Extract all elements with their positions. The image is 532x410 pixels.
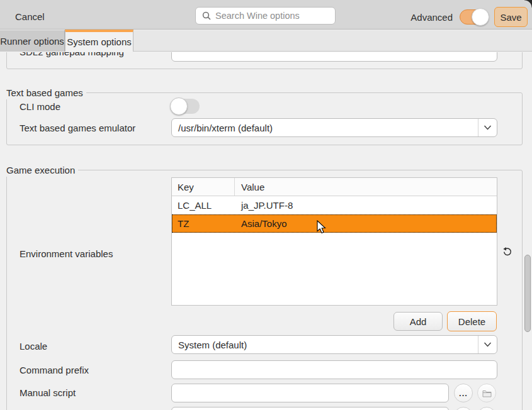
emulator-label: Text based games emulator (20, 122, 135, 135)
scrollbar-thumb[interactable] (524, 255, 531, 332)
locale-value: System (default) (172, 340, 478, 350)
command-prefix-input[interactable] (171, 360, 497, 379)
delete-button[interactable]: Delete (447, 311, 497, 331)
advanced-toggle[interactable] (458, 8, 489, 26)
emulator-combo[interactable]: /usr/bin/xterm (default) (171, 118, 497, 137)
save-button[interactable]: Save (494, 7, 528, 27)
search-placeholder: Search Wine options (215, 11, 300, 21)
locale-label: Locale (20, 340, 47, 353)
chevron-down-icon (484, 125, 492, 130)
toggle-knob (472, 8, 489, 26)
env-vars-table-header: Key Value (172, 178, 497, 196)
environment-variables-label: Environment variables (20, 248, 113, 260)
window-corner (524, 0, 532, 8)
sdl2-gamepad-mapping-label: SDL2 gamepad mapping (20, 52, 124, 58)
column-header-value[interactable]: Value (235, 178, 497, 196)
dropdown-button[interactable] (478, 119, 497, 136)
sdl2-gamepad-mapping-input[interactable] (171, 52, 497, 62)
tab-runner-options[interactable]: Runner options (0, 30, 65, 52)
advanced-label: Advanced (410, 12, 453, 23)
locale-combo[interactable]: System (default) (171, 335, 497, 354)
command-prefix-label: Command prefix (20, 364, 89, 377)
cli-mode-toggle[interactable] (170, 97, 201, 115)
env-value: ja_JP.UTF-8 (235, 200, 497, 211)
search-icon (202, 11, 211, 20)
undo-icon (501, 246, 512, 257)
add-button[interactable]: Add (393, 312, 443, 331)
game-execution-legend: Game execution (6, 164, 78, 177)
search-input[interactable]: Search Wine options (195, 7, 336, 25)
reset-button[interactable] (501, 246, 512, 257)
env-key: LC_ALL (172, 200, 235, 211)
manual-script-input[interactable] (171, 384, 449, 402)
toggle-knob (170, 97, 188, 115)
browse-button[interactable]: ... (454, 384, 473, 402)
folder-icon (482, 389, 492, 397)
options-panel: SDL2 gamepad mapping Text based games CL… (0, 52, 532, 410)
dropdown-button[interactable] (478, 336, 497, 353)
cancel-button[interactable]: Cancel (15, 11, 45, 22)
emulator-value: /usr/bin/xterm (default) (172, 123, 478, 133)
header-bar: Cancel Search Wine options Advanced Save (0, 0, 532, 30)
next-row-input[interactable] (171, 407, 449, 410)
column-header-key[interactable]: Key (172, 178, 235, 196)
file-button[interactable] (477, 384, 496, 402)
env-key: TZ (172, 218, 235, 229)
mouse-cursor (317, 220, 327, 234)
manual-script-label: Manual script (20, 387, 76, 399)
env-vars-table: Key Value LC_ALL ja_JP.UTF-8 TZ Asia/Tok… (171, 177, 497, 306)
chevron-down-icon (484, 342, 492, 347)
table-row-selected[interactable]: TZ Asia/Tokyo (172, 214, 497, 233)
env-value: Asia/Tokyo (235, 218, 497, 229)
tab-system-options[interactable]: System options (65, 30, 133, 52)
cli-mode-label: CLI mode (20, 101, 60, 113)
text-based-games-legend: Text based games (6, 87, 86, 99)
table-row[interactable]: LC_ALL ja_JP.UTF-8 (172, 196, 497, 214)
tab-bar: Runner options System options (0, 30, 532, 52)
